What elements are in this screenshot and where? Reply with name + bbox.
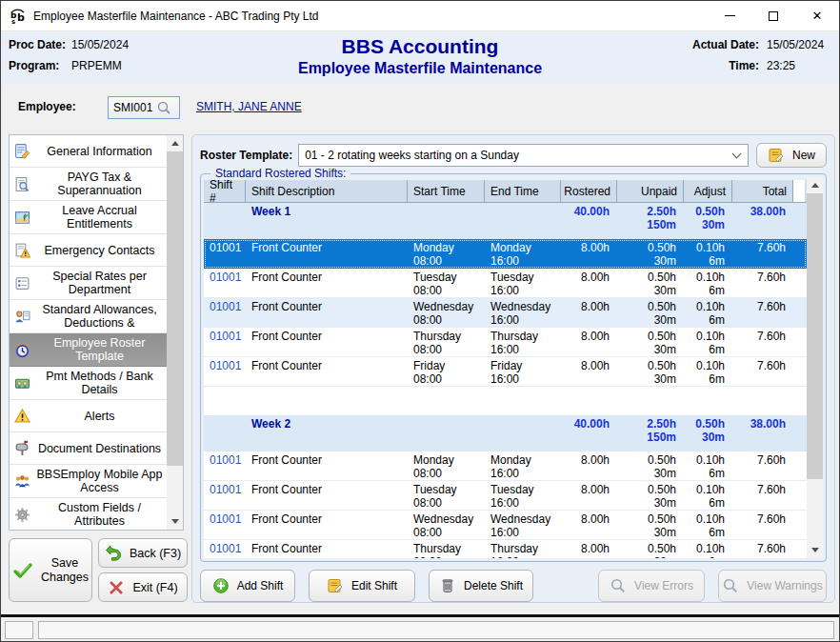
sidebar-item-emergency-contacts[interactable]: Emergency Contacts <box>10 234 167 267</box>
employee-name-link[interactable]: SMITH, JANE ANNE <box>196 100 302 113</box>
end-time: Wednesday16:00 <box>485 298 561 327</box>
sidebar-scroll-up-button[interactable] <box>167 135 183 151</box>
end-time: Wednesday16:00 <box>485 511 561 539</box>
week-unpaid-total: 2.50h150m <box>617 415 684 451</box>
sidebar-item-payg-tax-superannuation[interactable]: PAYG Tax & Superannuation <box>10 168 167 201</box>
start-time: Friday08:00 <box>408 357 485 386</box>
sidebar-item-custom-fields-attributes[interactable]: Custom Fields / Attributes <box>10 498 167 530</box>
back-button[interactable]: Back (F3) <box>98 538 188 568</box>
chevron-down-icon <box>732 150 742 159</box>
sidebar-item-special-rates-per-department[interactable]: Special Rates per Department <box>10 267 167 300</box>
save-changes-label: Save Changes <box>41 556 89 585</box>
maximize-button[interactable] <box>751 1 795 30</box>
new-template-label: New <box>792 149 815 162</box>
sidebar-item-employee-roster-template[interactable]: Employee Roster Template <box>10 333 167 367</box>
close-button[interactable]: ✕ <box>795 1 839 30</box>
roster-template-select[interactable]: 01 - 2 rotating weeks starting on a Sund… <box>298 144 749 167</box>
edit-icon <box>327 577 344 594</box>
end-time: Thursday16:00 <box>485 328 561 356</box>
table-scroll-down-button[interactable] <box>807 542 823 558</box>
search-icon[interactable] <box>156 100 171 115</box>
minimize-button[interactable] <box>708 1 751 30</box>
total-hours: 7.60h <box>732 481 793 510</box>
payment-methods-icon <box>14 375 30 391</box>
shift-row[interactable]: 01001Front CounterMonday08:00Monday16:00… <box>204 451 807 481</box>
sidebar-item-label: Alerts <box>85 410 115 423</box>
general-information-icon <box>14 143 30 159</box>
sidebar-item-label: Document Destinations <box>38 442 161 455</box>
unpaid-hours: 0.50h30m <box>617 298 684 327</box>
sidebar-item-label: Leave Accrual Entitlements <box>62 204 137 231</box>
sidebar-item-leave-accrual-entitlements[interactable]: Leave Accrual Entitlements <box>10 201 167 234</box>
new-template-button[interactable]: New <box>756 143 827 168</box>
table-scrollbar[interactable] <box>807 177 823 558</box>
shift-row[interactable]: 01001Front CounterTuesday08:00Tuesday16:… <box>204 269 807 298</box>
shift-description: Front Counter <box>246 298 408 327</box>
shift-row[interactable]: 01001Front CounterThursday08:00Thursday1… <box>204 540 807 558</box>
sidebar-item-alerts[interactable]: Alerts <box>10 400 167 432</box>
sidebar-list: General InformationPAYG Tax & Superannua… <box>10 135 167 530</box>
rostered-hours: 8.00h <box>561 328 617 356</box>
edit-shift-button[interactable]: Edit Shift <box>309 570 415 602</box>
week-summary-row-week-1[interactable]: Week 140.00h2.50h150m0.50h30m38.00h <box>204 203 807 239</box>
shift-row[interactable]: 01001Front CounterThursday08:00Thursday1… <box>204 328 807 357</box>
total-hours: 7.60h <box>732 540 793 558</box>
custom-fields-icon <box>14 507 30 523</box>
sidebar-scrollbar[interactable] <box>167 135 183 530</box>
total-hours: 7.60h <box>732 357 793 386</box>
week-rostered-total: 40.00h <box>561 415 617 451</box>
shift-row[interactable]: 01001Front CounterTuesday08:00Tuesday16:… <box>204 481 807 511</box>
shift-row[interactable]: 01001Front CounterWednesday08:00Wednesda… <box>204 511 807 540</box>
rostered-hours: 8.00h <box>561 269 617 297</box>
actual-date-label: Actual Date: <box>692 38 759 51</box>
shift-table-body: Week 140.00h2.50h150m0.50h30m38.00h01001… <box>204 203 807 558</box>
sidebar-item-bbsemploy-mobile-app-access[interactable]: BBSEmploy Mobile App Access <box>10 465 167 498</box>
unpaid-hours: 0.50h30m <box>617 481 684 510</box>
maximize-icon <box>769 11 778 21</box>
week-adjust-total: 0.50h30m <box>684 203 732 239</box>
shift-number: 01001 <box>204 451 246 480</box>
back-arrow-icon <box>105 545 122 562</box>
sidebar-item-general-information[interactable]: General Information <box>10 135 167 168</box>
chevron-up-icon <box>811 183 819 188</box>
week-summary-row-week-2[interactable]: Week 240.00h2.50h150m0.50h30m38.00h <box>204 415 807 451</box>
view-warnings-button[interactable]: View Warnings <box>718 570 827 602</box>
end-time: Monday16:00 <box>485 451 561 480</box>
standard-allowances-icon <box>14 309 30 325</box>
table-scrollbar-thumb[interactable] <box>807 193 823 479</box>
standard-rostered-shifts-group: Standard Rostered Shifts: Shift #Shift D… <box>200 173 827 562</box>
sidebar-item-label: Standard Allowances, Deductions & <box>42 303 156 330</box>
add-icon <box>212 577 230 594</box>
sidebar-item-pmt-methods-bank-details[interactable]: Pmt Methods / Bank Details <box>10 367 167 400</box>
end-time: Monday16:00 <box>485 239 561 268</box>
shift-row[interactable]: 01001Front CounterWednesday08:00Wednesda… <box>204 298 807 328</box>
unpaid-hours: 0.50h30m <box>617 328 684 356</box>
shift-table: Shift #Shift DescriptionStart TimeEnd Ti… <box>204 180 807 558</box>
sidebar-item-standard-allowances-deductions[interactable]: Standard Allowances, Deductions & <box>10 300 167 333</box>
sidebar-item-label: General Information <box>47 145 151 158</box>
week-total: 38.00h <box>732 203 793 239</box>
sidebar-scroll-down-button[interactable] <box>167 513 183 530</box>
add-shift-button[interactable]: Add Shift <box>200 570 295 602</box>
adjust-hours: 0.10h6m <box>684 239 732 268</box>
employee-code-input[interactable] <box>109 101 156 114</box>
header-right: Actual Date: 15/05/2024 Time: 23:25 <box>692 38 831 80</box>
chevron-down-icon <box>811 548 819 552</box>
view-errors-button[interactable]: View Errors <box>598 570 705 602</box>
shift-row[interactable]: 01001Front CounterMonday08:00Monday16:00… <box>204 239 807 269</box>
exit-button[interactable]: Exit (F4) <box>98 572 188 602</box>
employee-label: Employee: <box>18 100 76 113</box>
week-rostered-total: 40.00h <box>561 203 617 239</box>
delete-shift-button[interactable]: Delete Shift <box>429 570 533 602</box>
table-scroll-up-button[interactable] <box>807 177 823 193</box>
rostered-hours: 8.00h <box>561 540 617 558</box>
sidebar-scrollbar-thumb[interactable] <box>167 151 183 466</box>
rostered-hours: 8.00h <box>561 451 617 480</box>
sidebar-item-document-destinations[interactable]: Document Destinations <box>10 432 167 465</box>
shift-row[interactable]: 01001Front CounterFriday08:00Friday16:00… <box>204 357 807 387</box>
sidebar-item-label: PAYG Tax & Superannuation <box>57 171 141 197</box>
chevron-up-icon <box>171 141 179 146</box>
employee-code-field <box>108 96 180 119</box>
total-hours: 7.60h <box>732 239 793 268</box>
save-changes-button[interactable]: Save Changes <box>9 538 92 602</box>
